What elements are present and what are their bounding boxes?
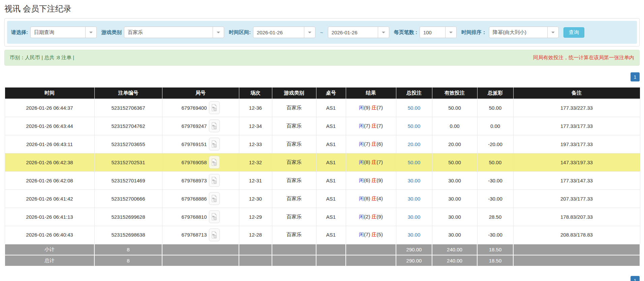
result-banker-label: 庄 [370, 105, 376, 110]
page-size-group: 每页笔数 : 100 [394, 27, 457, 38]
cell-time: 2026-01-26 06:43:11 [5, 135, 94, 153]
time-sort-value: 降幂(由大到小) [489, 27, 547, 38]
column-header: 注单编号 [94, 87, 162, 99]
cell-time: 2026-01-26 06:42:38 [5, 153, 94, 171]
video-replay-button[interactable] [209, 101, 220, 114]
round-number-text: 679768713 [181, 232, 207, 238]
cell-round-number: 679768810 [162, 208, 239, 226]
result-player-label: 闲 [359, 159, 364, 165]
cell-round-number: 679769151 [162, 135, 239, 153]
cell-session: 12-34 [239, 117, 272, 135]
cell-note: 178.83/207.33 [513, 208, 640, 226]
result-banker-score: (9) [377, 214, 383, 219]
query-type-dropdown-arrow[interactable] [85, 27, 96, 38]
footer-total-bet: 290.00 [396, 244, 432, 255]
video-replay-button[interactable] [209, 174, 220, 187]
result-banker-score: (4) [377, 196, 383, 201]
video-replay-button[interactable] [209, 192, 220, 205]
pagination-page-1[interactable]: 1 [631, 276, 640, 281]
result-player-score: (6) [364, 177, 370, 183]
result-banker-score: (9) [377, 177, 383, 183]
video-replay-button[interactable] [209, 156, 220, 169]
date-from-input[interactable]: 2026-01-26 [253, 27, 315, 38]
table-footer-row: 小计8290.00240.0018.50 [5, 244, 640, 255]
cell-payout: -20.00 [477, 135, 513, 153]
result-player-label: 闲 [359, 232, 364, 237]
footer-label: 小计 [5, 244, 94, 255]
query-type-group: 请选择: 日期查询 [11, 27, 97, 38]
chevron-down-icon [551, 32, 555, 33]
cell-note: 177.33/177.33 [513, 117, 640, 135]
time-range-group: 时间区间: 2026-01-26 [229, 27, 315, 38]
cell-note: 177.33/227.33 [513, 99, 640, 117]
total-bet-link[interactable]: 50.00 [408, 160, 421, 165]
result-player-label: 闲 [359, 177, 364, 183]
pagination-page-1[interactable]: 1 [631, 72, 640, 81]
cell-total-bet: 50.00 [396, 99, 432, 117]
column-header: 有效投注 [432, 87, 477, 99]
game-type-dropdown-arrow[interactable] [213, 27, 224, 38]
column-header: 总投注 [396, 87, 432, 99]
result-banker-score: (7) [377, 159, 383, 165]
query-button[interactable]: 查询 [563, 27, 584, 38]
total-bet-link[interactable]: 30.00 [408, 196, 421, 202]
cell-round-number: 679769247 [162, 117, 239, 135]
cell-result: 闲(9) 庄(7) [346, 99, 396, 117]
cell-time: 2026-01-26 06:42:08 [5, 171, 94, 189]
game-type-select[interactable]: 百家乐 [124, 27, 224, 38]
footer-total-bet: 290.00 [396, 255, 432, 266]
date-to-dropdown-arrow[interactable] [378, 27, 389, 38]
video-replay-button[interactable] [209, 229, 220, 241]
footer-label: 总计 [5, 255, 94, 266]
round-number-text: 679768886 [181, 196, 207, 202]
footer-count: 8 [94, 255, 162, 266]
date-to-value: 2026-01-26 [328, 27, 378, 38]
time-sort-select[interactable]: 降幂(由大到小) [489, 27, 559, 38]
cell-payout: -30.00 [477, 171, 513, 189]
page-size-select[interactable]: 100 [420, 27, 457, 38]
query-type-select[interactable]: 日期查询 [30, 27, 97, 38]
total-bet-link[interactable]: 30.00 [408, 178, 421, 183]
result-player-label: 闲 [359, 123, 364, 129]
result-player-score: (8) [364, 196, 370, 201]
cell-table-number: AS1 [316, 189, 346, 208]
cell-total-bet: 50.00 [396, 153, 432, 171]
column-header: 局号 [162, 87, 239, 99]
cell-game-type: 百家乐 [272, 153, 316, 171]
cell-session: 12-32 [239, 153, 272, 171]
date-from-dropdown-arrow[interactable] [304, 27, 315, 38]
total-bet-link[interactable]: 50.00 [408, 105, 421, 111]
table-header-row: 时间注单编号局号场次游戏类别桌号结果总投注有效投注总派彩备注 [5, 87, 640, 99]
range-separator: ~ [320, 30, 323, 35]
footer-valid-bet: 240.00 [432, 244, 477, 255]
video-replay-button[interactable] [209, 119, 220, 132]
video-replay-button[interactable] [209, 210, 220, 223]
result-player-score: (7) [364, 232, 370, 237]
result-player-score: (7) [364, 141, 370, 147]
cell-total-bet: 20.00 [396, 135, 432, 153]
total-bet-link[interactable]: 30.00 [408, 232, 421, 238]
round-number-text: 679769058 [181, 160, 207, 165]
video-replay-button[interactable] [209, 138, 220, 150]
column-header: 时间 [5, 87, 94, 99]
column-header: 总派彩 [477, 87, 513, 99]
total-bet-link[interactable]: 50.00 [408, 123, 421, 129]
date-to-input[interactable]: 2026-01-26 [328, 27, 389, 38]
chevron-down-icon [449, 32, 453, 33]
cell-bet-number: 523152703655 [94, 135, 162, 153]
footer-valid-bet: 240.00 [432, 255, 477, 266]
cell-table-number: AS1 [316, 208, 346, 226]
page-size-dropdown-arrow[interactable] [445, 27, 456, 38]
total-bet-link[interactable]: 20.00 [408, 141, 421, 147]
cell-valid-bet: 30.00 [432, 226, 477, 244]
total-bet-link[interactable]: 30.00 [408, 214, 421, 220]
cell-valid-bet: 50.00 [432, 153, 477, 171]
cell-bet-number: 523152706367 [94, 99, 162, 117]
result-banker-label: 庄 [370, 159, 376, 165]
cell-result: 闲(7) 庄(6) [346, 135, 396, 153]
cell-total-bet: 30.00 [396, 226, 432, 244]
round-number-text: 679769247 [181, 123, 207, 129]
round-number-text: 679769400 [181, 105, 207, 111]
cell-bet-number: 523152700666 [94, 189, 162, 208]
time-sort-dropdown-arrow[interactable] [547, 27, 558, 38]
